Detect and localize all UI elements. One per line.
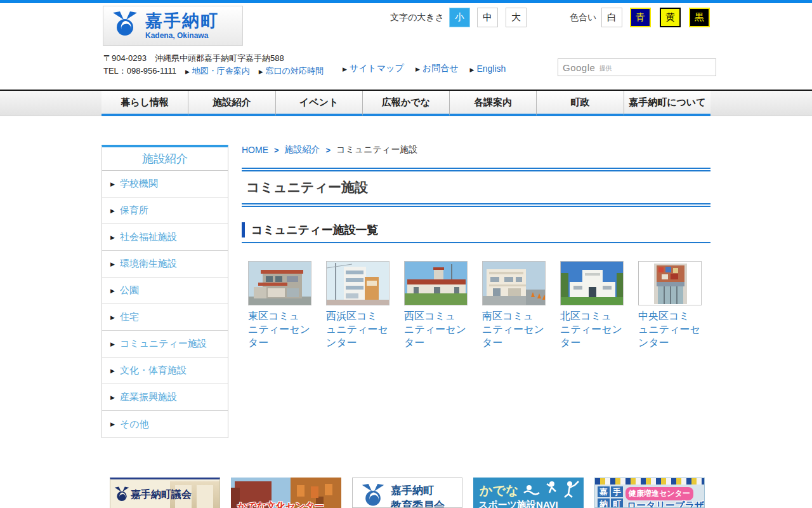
banner-culture-label: かでな文化センター	[237, 500, 324, 508]
banner-education-line1: 嘉手納町	[391, 483, 445, 498]
sidebar-item-housing[interactable]: ▶住宅	[102, 304, 228, 331]
facility-link-central: 中央区コミ ュニティーセ ンター	[638, 309, 702, 349]
font-size-small-button[interactable]: 小	[449, 8, 470, 27]
banner-town-council[interactable]: 嘉手納町議会	[110, 478, 220, 508]
banner-culture-center[interactable]: かでな文化センター	[231, 478, 341, 508]
banner-education-line2: 教育委員会	[391, 498, 445, 508]
sidebar-title: 施設紹介	[102, 147, 228, 171]
banner-sports-line1: かでな	[480, 482, 518, 499]
sidebar-item-environmental-health[interactable]: ▶環境衛生施設	[102, 251, 228, 277]
sidebar-item-nursery[interactable]: ▶保育所	[102, 197, 228, 224]
facility-card-central[interactable]: 中央区コミ ュニティーセ ンター	[638, 261, 702, 349]
arrow-icon: ▶	[110, 208, 115, 214]
arrow-icon: ▶	[343, 66, 347, 72]
arrow-icon: ▶	[416, 66, 420, 72]
facility-card-nishihama[interactable]: 西浜区コミ ュニティーセ ンター	[326, 261, 390, 349]
arrow-icon: ▶	[110, 181, 115, 187]
banner-council-label: 嘉手納町議会	[131, 488, 192, 502]
font-size-medium-button[interactable]: 中	[477, 8, 498, 27]
main-navigation: 暮らし情報 施設紹介 イベント 広報かでな 各課案内 町政 嘉手納町について	[0, 90, 812, 116]
breadcrumb: HOME > 施設紹介 > コミュニティー施設	[242, 144, 417, 156]
banner-board-of-education[interactable]: 嘉手納町 教育委員会	[352, 478, 462, 508]
facility-link-east: 東区コミュ ニティーセン ター	[248, 309, 311, 349]
nav-tab-about-kadena[interactable]: 嘉手納町について	[624, 91, 710, 116]
facility-photo-north	[560, 261, 624, 305]
arrow-icon: ▶	[110, 261, 115, 267]
facility-link-south: 南区コミュ ニティーセン ター	[482, 309, 546, 349]
pennant-flags-image	[595, 478, 705, 485]
map-office-link[interactable]: ▶地図・庁舎案内	[185, 65, 250, 77]
facility-photo-south	[482, 261, 546, 305]
facility-card-north[interactable]: 北区コミュ ニティーセン ター	[560, 261, 624, 349]
facility-card-south[interactable]: 南区コミュ ニティーセン ター	[482, 261, 546, 349]
color-blue-button[interactable]: 青	[630, 8, 651, 27]
tel-number: TEL：098-956-1111	[103, 65, 176, 77]
sidebar-facilities-menu: 施設紹介 ▶学校機関 ▶保育所 ▶社会福祉施設 ▶環境衛生施設 ▶公園 ▶住宅 …	[102, 145, 228, 438]
chevron-right-icon: >	[274, 145, 279, 155]
arrow-icon: ▶	[259, 69, 263, 75]
sidebar-item-other[interactable]: ▶その他	[102, 411, 228, 438]
google-logo: Google	[563, 62, 595, 73]
health-center-badge: 健康増進センター	[625, 487, 693, 500]
sidebar-item-culture-sports[interactable]: ▶文化・体育施設	[102, 358, 228, 384]
sidebar-item-social-welfare[interactable]: ▶社会福祉施設	[102, 224, 228, 251]
arrow-icon: ▶	[469, 67, 474, 73]
facility-photo-east	[248, 261, 311, 305]
office-hours-link[interactable]: ▶窓口の対応時間	[259, 65, 324, 77]
arrow-icon: ▶	[110, 394, 115, 401]
breadcrumb-current: コミュニティー施設	[336, 144, 417, 156]
sidebar-item-community-facilities[interactable]: ▶コミュニティー施設	[102, 331, 228, 358]
rotary-plaza-label: ロータリープラザ	[627, 500, 704, 508]
nav-tab-facilities[interactable]: 施設紹介	[188, 91, 275, 116]
page: 嘉手納町 Kadena, Okinawa 文字の大きさ 小 中 大 色合い 白 …	[0, 0, 812, 508]
banner-rotary-plaza[interactable]: 嘉 手 納 町 健康増進センター ロータリープラザ	[594, 478, 705, 508]
sports-pictogram-icons	[523, 480, 580, 498]
banner-sports-navi[interactable]: かでな スポーツ施設NAVI	[473, 478, 584, 508]
sidebar-item-industry-promotion[interactable]: ▶産業振興施設	[102, 384, 228, 411]
facility-photo-nishihama	[326, 261, 390, 305]
font-size-label: 文字の大きさ	[390, 12, 444, 23]
arrow-icon: ▶	[185, 69, 190, 75]
breadcrumb-home-link[interactable]: HOME	[242, 145, 268, 155]
arrow-icon: ▶	[110, 288, 115, 294]
sitemap-link[interactable]: ▶サイトマップ	[343, 63, 404, 74]
site-logo[interactable]: 嘉手納町 Kadena, Okinawa	[103, 6, 243, 46]
english-link[interactable]: ▶English	[469, 64, 506, 74]
site-title: 嘉手納町	[145, 11, 219, 30]
kadena-bird-icon	[111, 11, 139, 41]
nav-tab-town-government[interactable]: 町政	[536, 91, 623, 116]
facility-link-west: 西区コミュ ニティーセン ター	[404, 309, 468, 349]
arrow-icon: ▶	[110, 234, 115, 241]
facility-card-list: 東区コミュ ニティーセン ター	[248, 261, 702, 349]
color-yellow-button[interactable]: 黄	[660, 8, 681, 27]
facility-card-east[interactable]: 東区コミュ ニティーセン ター	[248, 261, 311, 349]
breadcrumb-facilities-link[interactable]: 施設紹介	[285, 144, 320, 156]
facility-link-nishihama: 西浜区コミ ュニティーセ ンター	[326, 309, 390, 349]
section-title: コミュニティー施設一覧	[242, 222, 710, 237]
color-white-button[interactable]: 白	[601, 8, 622, 27]
facility-photo-west	[404, 261, 468, 305]
arrow-icon: ▶	[110, 421, 115, 427]
arrow-icon: ▶	[110, 368, 115, 374]
sidebar-item-schools[interactable]: ▶学校機関	[102, 171, 228, 197]
page-title: コミュニティー施設	[246, 178, 710, 196]
facility-card-west[interactable]: 西区コミュ ニティーセン ター	[404, 261, 468, 349]
footer-banner-list: 嘉手納町議会 かでな文化センター 嘉手納町 教育委員会 かでな	[110, 478, 705, 508]
arrow-icon: ▶	[110, 314, 115, 321]
kadena-town-vertical-label: 嘉 手 納 町	[598, 486, 623, 508]
nav-tab-departments[interactable]: 各課案内	[449, 91, 536, 116]
arrow-icon: ▶	[110, 341, 115, 347]
search-input[interactable]: Google 提供	[558, 58, 716, 76]
color-scheme-label: 色合い	[570, 12, 596, 23]
contact-link[interactable]: ▶お問合せ	[416, 63, 459, 74]
nav-tab-public-relations[interactable]: 広報かでな	[362, 91, 449, 116]
color-black-button[interactable]: 黒	[689, 8, 710, 27]
facility-link-north: 北区コミュ ニティーセン ター	[560, 309, 624, 349]
postal-address: 〒904-0293 沖縄県中頭郡嘉手納町字嘉手納588	[103, 53, 284, 64]
top-accent-bar	[0, 0, 812, 3]
font-size-large-button[interactable]: 大	[506, 8, 527, 27]
facility-photo-central	[638, 261, 702, 305]
nav-tab-living-info[interactable]: 暮らし情報	[102, 91, 188, 116]
sidebar-item-parks[interactable]: ▶公園	[102, 277, 228, 304]
nav-tab-events[interactable]: イベント	[275, 91, 362, 116]
